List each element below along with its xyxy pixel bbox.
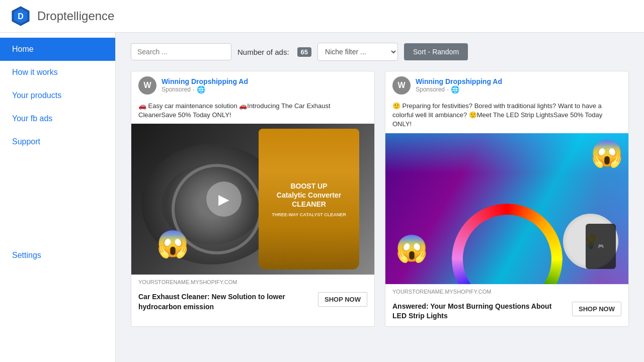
ad-1-shop-now-button[interactable]: SHOP NOW bbox=[318, 292, 367, 307]
ad-2-emoji-bottom: 😱 bbox=[395, 233, 428, 264]
ad-2-product-name: Answered: Your Most Burning Questions Ab… bbox=[392, 302, 564, 321]
ad-1-avatar: W bbox=[138, 76, 156, 95]
ads-count-badge: 65 bbox=[297, 47, 311, 57]
sidebar-item-your-fb-ads[interactable]: Your fb ads bbox=[0, 107, 115, 130]
ad-2-avatar: W bbox=[392, 76, 411, 95]
ad-1-header-info: Winning Dropshipping Ad Sponsored · 🌐 bbox=[162, 77, 367, 94]
app-title: Droptelligence bbox=[37, 9, 114, 23]
ad-2-shop-now-button[interactable]: SHOP NOW bbox=[572, 302, 621, 316]
toolbar: Number of ads: 65 Niche filter ...AutoHo… bbox=[131, 43, 629, 61]
ad-2-body-text: 🙂 Preparing for festivities? Bored with … bbox=[385, 100, 628, 133]
ad-1-sponsored: Sponsored · 🌐 bbox=[162, 85, 367, 94]
ad-1-store-url: YOURSTORENAME.MYSHOPIFY.COM bbox=[138, 279, 367, 285]
sidebar-item-support[interactable]: Support bbox=[0, 130, 115, 153]
ads-count-label: Number of ads: bbox=[237, 48, 289, 56]
logo-container: D Droptelligence bbox=[10, 6, 114, 27]
ad-1-product-row: Car Exhaust Cleaner: New Solution to low… bbox=[131, 289, 374, 317]
niche-filter-select[interactable]: Niche filter ...AutoHomeElectronicsBeaut… bbox=[317, 43, 398, 61]
ad-2-product-row: Answered: Your Most Burning Questions Ab… bbox=[385, 299, 628, 326]
ad-card-1-header: W Winning Dropshipping Ad Sponsored · 🌐 bbox=[131, 71, 374, 100]
svg-text:D: D bbox=[18, 12, 24, 21]
ad-1-product-name: Car Exhaust Cleaner: New Solution to low… bbox=[138, 292, 310, 312]
ad-2-store-url: YOURSTORENAME.MYSHOPIFY.COM bbox=[392, 289, 621, 295]
ad-1-emoji: 😱 bbox=[156, 229, 189, 259]
ad-1-footer: YOURSTORENAME.MYSHOPIFY.COM bbox=[131, 275, 374, 289]
ad-2-title: Winning Dropshipping Ad bbox=[416, 77, 621, 85]
header: D Droptelligence bbox=[0, 0, 644, 33]
ad-1-body-text: 🚗 Easy car maintenance solution 🚗Introdu… bbox=[131, 100, 374, 124]
sidebar-item-your-products[interactable]: Your products bbox=[0, 84, 115, 107]
ad-2-header-info: Winning Dropshipping Ad Sponsored · 🌐 bbox=[416, 77, 621, 94]
ad-2-image: 😱 😱 💡 🎮 bbox=[385, 133, 628, 284]
ad-card-2: W Winning Dropshipping Ad Sponsored · 🌐 … bbox=[385, 71, 629, 327]
sidebar: Home How it works Your products Your fb … bbox=[0, 33, 116, 362]
sidebar-item-settings[interactable]: Settings bbox=[0, 244, 115, 267]
ad-2-sponsored: Sponsored · 🌐 bbox=[416, 85, 621, 94]
sidebar-item-home[interactable]: Home bbox=[0, 38, 115, 61]
ad-card-1: W Winning Dropshipping Ad Sponsored · 🌐 … bbox=[131, 71, 375, 327]
ad-1-title: Winning Dropshipping Ad bbox=[162, 77, 367, 85]
search-input[interactable] bbox=[131, 43, 231, 60]
main-content: Number of ads: 65 Niche filter ...AutoHo… bbox=[116, 33, 644, 362]
play-button-icon[interactable]: ▶ bbox=[206, 182, 242, 217]
logo-icon: D bbox=[10, 6, 31, 27]
ad-2-emoji-top: 😱 bbox=[591, 138, 623, 169]
ad-card-2-header: W Winning Dropshipping Ad Sponsored · 🌐 bbox=[385, 71, 628, 100]
ads-grid: W Winning Dropshipping Ad Sponsored · 🌐 … bbox=[131, 71, 629, 327]
ad-1-image: ▶ BOOST UPCatalytic ConverterCLEANER THR… bbox=[131, 124, 374, 275]
ad-1-product-bottle: BOOST UPCatalytic ConverterCLEANER THREE… bbox=[259, 129, 359, 269]
sort-random-button[interactable]: Sort - Random bbox=[404, 43, 468, 60]
layout: Home How it works Your products Your fb … bbox=[0, 33, 644, 362]
ad-2-footer: YOURSTORENAME.MYSHOPIFY.COM bbox=[385, 284, 628, 299]
sidebar-item-how-it-works[interactable]: How it works bbox=[0, 61, 115, 84]
